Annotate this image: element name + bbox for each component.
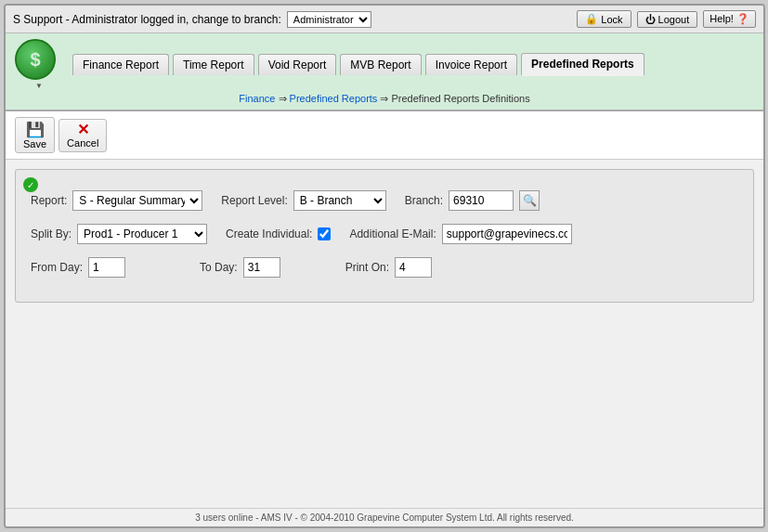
search-icon: 🔍 bbox=[523, 194, 537, 207]
form-row-3: From Day: To Day: Print On: bbox=[31, 257, 742, 278]
cancel-button[interactable]: ✕ Cancel bbox=[59, 119, 107, 152]
save-icon: 💾 bbox=[26, 121, 45, 138]
nav-bar: $ ▼ Finance Report Time Report Void Repo… bbox=[6, 33, 763, 111]
logout-label: Logout bbox=[658, 14, 690, 25]
logo-arrow: ▼ bbox=[35, 82, 43, 90]
to-day-input[interactable] bbox=[243, 257, 280, 278]
lock-icon: 🔒 bbox=[585, 13, 598, 25]
to-day-group: To Day: bbox=[200, 257, 280, 278]
report-label: Report: bbox=[31, 194, 67, 207]
save-button[interactable]: 💾 Save bbox=[15, 117, 55, 153]
title-text: S Support - Administrator logged in, cha… bbox=[13, 13, 281, 26]
report-level-group: Report Level: B - Branch bbox=[221, 190, 385, 211]
main-window: S Support - Administrator logged in, cha… bbox=[4, 4, 765, 528]
help-icon: ❓ bbox=[736, 13, 749, 24]
breadcrumb-arrow-1: ⇒ bbox=[279, 93, 290, 104]
lock-button[interactable]: 🔒 Lock bbox=[577, 10, 631, 28]
main-content: ✓ Report: S - Regular Summary Report Lev… bbox=[6, 160, 763, 508]
logo-container: $ ▼ bbox=[15, 39, 63, 90]
breadcrumb-current: Predefined Reports Definitions bbox=[391, 93, 529, 104]
breadcrumb: Finance ⇒ Predefined Reports ⇒ Predefine… bbox=[6, 90, 763, 110]
split-by-group: Split By: Prod1 - Producer 1 bbox=[31, 224, 207, 244]
footer-text: 3 users online - AMS IV - © 2004-2010 Gr… bbox=[195, 513, 574, 523]
toolbar: 💾 Save ✕ Cancel bbox=[6, 111, 763, 160]
report-level-select[interactable]: B - Branch bbox=[293, 190, 386, 211]
nav-tabs: $ ▼ Finance Report Time Report Void Repo… bbox=[6, 33, 763, 90]
report-group: Report: S - Regular Summary bbox=[31, 190, 202, 211]
help-label: Help! bbox=[709, 13, 734, 24]
status-check: ✓ bbox=[27, 180, 34, 190]
branch-label: Branch: bbox=[405, 194, 443, 207]
branch-search-button[interactable]: 🔍 bbox=[519, 190, 540, 211]
tab-mvb-report[interactable]: MVB Report bbox=[340, 54, 421, 75]
help-button[interactable]: Help! ❓ bbox=[703, 10, 756, 28]
form-panel: ✓ Report: S - Regular Summary Report Lev… bbox=[15, 169, 754, 303]
save-label: Save bbox=[23, 138, 46, 149]
title-bar: S Support - Administrator logged in, cha… bbox=[6, 6, 763, 33]
footer: 3 users online - AMS IV - © 2004-2010 Gr… bbox=[6, 508, 763, 526]
from-day-label: From Day: bbox=[31, 261, 83, 274]
report-level-label: Report Level: bbox=[221, 194, 287, 207]
breadcrumb-arrow-2: ⇒ bbox=[380, 93, 391, 104]
create-individual-checkbox[interactable] bbox=[318, 227, 331, 240]
logout-button[interactable]: ⏻ Logout bbox=[637, 11, 698, 28]
title-right: 🔒 Lock ⏻ Logout Help! ❓ bbox=[577, 10, 756, 28]
tab-void-report[interactable]: Void Report bbox=[258, 54, 337, 75]
logo-circle: $ bbox=[15, 39, 56, 80]
create-individual-label: Create Individual: bbox=[226, 227, 312, 240]
form-row-2: Split By: Prod1 - Producer 1 Create Indi… bbox=[31, 224, 742, 244]
print-on-group: Print On: bbox=[345, 257, 432, 278]
lock-label: Lock bbox=[601, 14, 622, 25]
tab-finance-report[interactable]: Finance Report bbox=[72, 54, 169, 75]
branch-group: Branch: 🔍 bbox=[405, 190, 540, 211]
create-individual-group: Create Individual: bbox=[226, 227, 331, 240]
breadcrumb-predefined-reports[interactable]: Predefined Reports bbox=[290, 93, 378, 104]
tab-time-report[interactable]: Time Report bbox=[173, 54, 254, 75]
from-day-group: From Day: bbox=[31, 257, 125, 278]
tab-invoice-report[interactable]: Invoice Report bbox=[425, 54, 517, 75]
additional-email-input[interactable] bbox=[442, 224, 572, 244]
report-select[interactable]: S - Regular Summary bbox=[72, 190, 202, 211]
status-icon: ✓ bbox=[23, 177, 38, 192]
split-by-select[interactable]: Prod1 - Producer 1 bbox=[77, 224, 207, 244]
power-icon: ⏻ bbox=[645, 14, 656, 25]
branch-input[interactable] bbox=[449, 190, 514, 211]
cancel-label: Cancel bbox=[67, 137, 98, 149]
title-left: S Support - Administrator logged in, cha… bbox=[13, 11, 371, 28]
logo-symbol: $ bbox=[30, 49, 40, 71]
split-by-label: Split By: bbox=[31, 227, 72, 240]
cancel-icon: ✕ bbox=[77, 123, 89, 137]
branch-select[interactable]: Administrator bbox=[287, 11, 371, 28]
form-row-1: Report: S - Regular Summary Report Level… bbox=[31, 190, 742, 211]
breadcrumb-finance[interactable]: Finance bbox=[239, 93, 275, 104]
additional-email-group: Additional E-Mail: bbox=[349, 224, 571, 244]
from-day-input[interactable] bbox=[88, 257, 125, 278]
to-day-label: To Day: bbox=[200, 261, 238, 274]
additional-email-label: Additional E-Mail: bbox=[349, 227, 436, 240]
print-on-label: Print On: bbox=[345, 261, 389, 274]
print-on-input[interactable] bbox=[395, 257, 432, 278]
tab-predefined-reports[interactable]: Predefined Reports bbox=[521, 53, 644, 76]
